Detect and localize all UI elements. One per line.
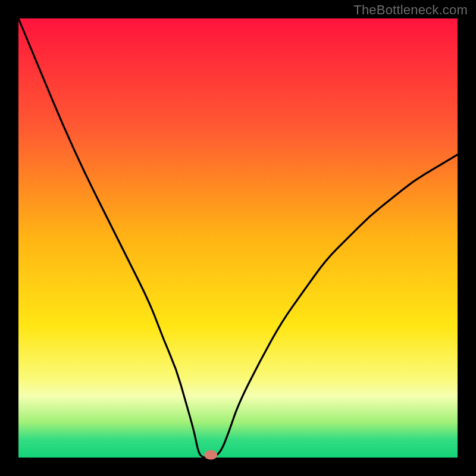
optimal-point-marker [204, 450, 217, 460]
bottleneck-chart [0, 0, 476, 476]
plot-background [18, 18, 458, 458]
watermark-text: TheBottleneck.com [353, 2, 468, 18]
chart-frame: TheBottleneck.com [0, 0, 476, 476]
